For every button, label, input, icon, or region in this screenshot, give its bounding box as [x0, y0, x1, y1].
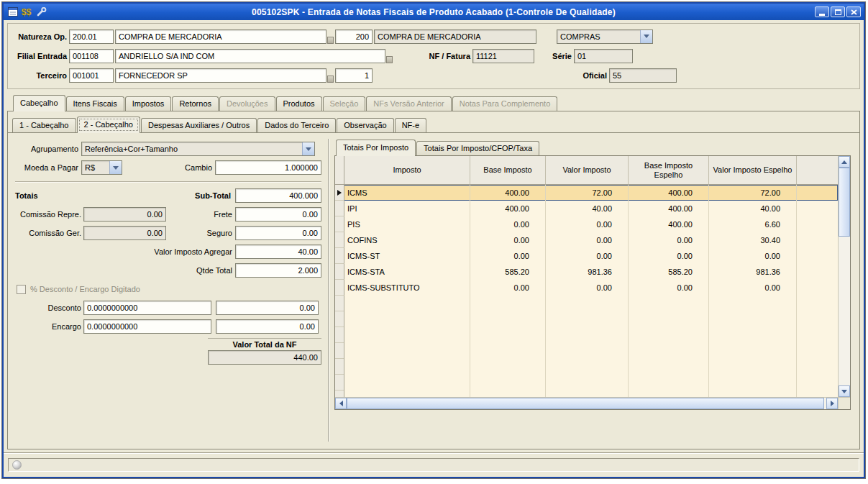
cell-valor-imposto[interactable]: 981.36	[546, 264, 629, 280]
form-icon[interactable]	[6, 6, 19, 18]
minimize-button[interactable]	[815, 6, 829, 17]
valor-imposto-agregar-field[interactable]: 40.00	[235, 245, 321, 259]
cell-imposto[interactable]: COFINS	[344, 232, 470, 248]
cell-valor-imposto[interactable]: 0.00	[546, 232, 629, 248]
cell-valor-imposto[interactable]: 40.00	[546, 201, 629, 216]
filial-desc-field[interactable]: ANDRIELLO S/A IND COM	[115, 49, 385, 63]
tab-itens-fiscais[interactable]: Itens Fiscais	[66, 96, 124, 111]
tab-nfe[interactable]: NF-e	[395, 118, 426, 132]
grid-row-icms[interactable]: ICMS 400.00 72.00 400.00 72.00	[335, 185, 838, 201]
filial-lookup-button[interactable]	[386, 56, 393, 63]
qtde-total-field[interactable]: 2.000	[235, 263, 321, 278]
cell-valor-imposto[interactable]: 72.00	[546, 185, 629, 201]
grid-row-icms-substituto[interactable]: ICMS-SUBSTITUTO 0.00 0.00 0.00 0.00	[335, 280, 838, 296]
cell-valor-imposto-espelho[interactable]: 72.00	[709, 185, 797, 201]
scroll-up-button[interactable]	[839, 156, 850, 168]
cell-base-imposto-espelho[interactable]: 585.20	[629, 264, 709, 280]
grid-row-icms-st[interactable]: ICMS-ST 0.00 0.00 0.00 0.00	[335, 248, 838, 264]
cell-imposto[interactable]: IPI	[344, 201, 470, 216]
vertical-scroll-track[interactable]	[839, 237, 850, 385]
cell-valor-imposto-espelho[interactable]: 30.40	[709, 232, 797, 248]
tab-impostos[interactable]: Impostos	[125, 96, 172, 111]
col-base-imposto[interactable]: Base Imposto	[470, 156, 546, 185]
tab-1-cabecalho[interactable]: 1 - Cabeçalho	[12, 118, 76, 132]
grid-row-ipi[interactable]: IPI 400.00 40.00 400.00 40.00	[335, 201, 838, 216]
tab-retornos[interactable]: Retornos	[172, 96, 219, 111]
cell-base-imposto[interactable]: 400.00	[470, 201, 546, 216]
cell-imposto[interactable]: PIS	[344, 216, 470, 232]
scroll-left-button[interactable]	[335, 398, 347, 409]
tab-dados-do-terceiro[interactable]: Dados do Terceiro	[257, 118, 336, 132]
natureza-desc-field[interactable]: COMPRA DE MERCADORIA	[115, 29, 326, 44]
cell-valor-imposto-espelho[interactable]: 6.60	[709, 216, 797, 232]
cell-valor-imposto[interactable]: 0.00	[546, 280, 629, 296]
tab-totais-por-imposto-cfop-taxa[interactable]: Totais Por Imposto/CFOP/Taxa	[416, 141, 539, 155]
currency-icon[interactable]: $$	[21, 6, 33, 18]
encargo-pct-field[interactable]: 0.0000000000	[83, 319, 211, 334]
cell-base-imposto[interactable]: 0.00	[470, 280, 546, 296]
grid-row-cofins[interactable]: COFINS 0.00 0.00 0.00 30.40	[335, 232, 838, 248]
tab-observacao[interactable]: Observação	[337, 118, 393, 132]
grid-row-icms-sta[interactable]: ICMS-STA 585.20 981.36 585.20 981.36	[335, 264, 838, 280]
natureza-code-field[interactable]: 200.01	[69, 29, 114, 44]
desconto-encargo-checkbox	[17, 285, 26, 294]
maximize-button[interactable]	[831, 6, 845, 17]
scroll-down-button[interactable]	[839, 385, 850, 397]
tools-icon[interactable]	[35, 6, 47, 18]
vertical-scroll-thumb[interactable]	[839, 168, 850, 237]
horizontal-scroll-thumb[interactable]	[347, 398, 824, 409]
horizontal-scrollbar[interactable]	[335, 398, 838, 409]
cell-imposto[interactable]: ICMS-STA	[344, 264, 470, 280]
cell-base-imposto-espelho[interactable]: 0.00	[629, 232, 709, 248]
cell-base-imposto[interactable]: 400.00	[470, 185, 546, 201]
cell-valor-imposto[interactable]: 0.00	[546, 248, 629, 264]
desconto-pct-field[interactable]: 0.0000000000	[83, 301, 211, 315]
cell-base-imposto-espelho[interactable]: 400.00	[629, 216, 709, 232]
cell-base-imposto[interactable]: 0.00	[470, 216, 546, 232]
grid-row-pis[interactable]: PIS 0.00 0.00 400.00 6.60	[335, 216, 838, 232]
cell-imposto[interactable]: ICMS	[344, 185, 470, 201]
desconto-valor-field[interactable]: 0.00	[216, 301, 319, 315]
col-valor-imposto[interactable]: Valor Imposto	[546, 156, 629, 185]
filial-code-field[interactable]: 001108	[69, 49, 114, 63]
cell-valor-imposto-espelho[interactable]: 40.00	[709, 201, 797, 216]
cell-base-imposto[interactable]: 0.00	[470, 248, 546, 264]
subtotal-field[interactable]: 400.000	[235, 188, 321, 203]
col-base-imposto-espelho[interactable]: Base Imposto Espelho	[629, 156, 709, 185]
natureza-desc2-field: COMPRA DE MERCADORIA	[374, 29, 536, 44]
cell-imposto[interactable]: ICMS-ST	[344, 248, 470, 264]
cell-valor-imposto[interactable]: 0.00	[546, 216, 629, 232]
tab-despesas-auxiliares[interactable]: Despesas Auxiliares / Outros	[141, 118, 257, 132]
cell-base-imposto[interactable]: 0.00	[470, 232, 546, 248]
terceiro-qty-field[interactable]: 1	[335, 68, 373, 83]
tab-totais-por-imposto[interactable]: Totais Por Imposto	[336, 140, 416, 156]
scroll-right-button[interactable]	[826, 398, 838, 409]
tab-cabecalho[interactable]: Cabeçalho	[13, 95, 65, 111]
frete-field[interactable]: 0.00	[235, 207, 321, 222]
cambio-field[interactable]: 1.000000	[215, 160, 321, 175]
vertical-scrollbar[interactable]	[838, 156, 850, 397]
seguro-field[interactable]: 0.00	[235, 226, 321, 240]
col-valor-imposto-espelho[interactable]: Valor Imposto Espelho	[709, 156, 797, 185]
tab-produtos[interactable]: Produtos	[276, 96, 322, 111]
natureza-lookup-button[interactable]	[327, 37, 334, 44]
col-imposto[interactable]: Imposto	[344, 156, 470, 185]
terceiro-lookup-button[interactable]	[327, 76, 334, 83]
cell-valor-imposto-espelho[interactable]: 981.36	[709, 264, 797, 280]
cell-base-imposto-espelho[interactable]: 0.00	[629, 248, 709, 264]
cell-imposto[interactable]: ICMS-SUBSTITUTO	[344, 280, 470, 296]
cell-base-imposto-espelho[interactable]: 0.00	[629, 280, 709, 296]
title-bar[interactable]: $$ 005102SPK - Entrada de Notas Fiscais …	[4, 4, 864, 20]
terceiro-code-field[interactable]: 001001	[69, 68, 114, 83]
cell-base-imposto-espelho[interactable]: 400.00	[629, 201, 709, 216]
close-button[interactable]	[846, 6, 861, 17]
cell-base-imposto[interactable]: 585.20	[470, 264, 546, 280]
tab-2-cabecalho[interactable]: 2 - Cabeçalho	[77, 117, 141, 133]
cell-valor-imposto-espelho[interactable]: 0.00	[709, 248, 797, 264]
cell-base-imposto-espelho[interactable]: 400.00	[629, 185, 709, 201]
natureza-code2-field[interactable]: 200	[335, 29, 373, 44]
encargo-valor-field[interactable]: 0.00	[216, 319, 319, 334]
cell-valor-imposto-espelho[interactable]: 0.00	[709, 280, 797, 296]
terceiro-desc-field[interactable]: FORNECEDOR SP	[115, 68, 326, 83]
desconto-encargo-check-label: % Desconto / Encargo Digitado	[30, 285, 140, 293]
